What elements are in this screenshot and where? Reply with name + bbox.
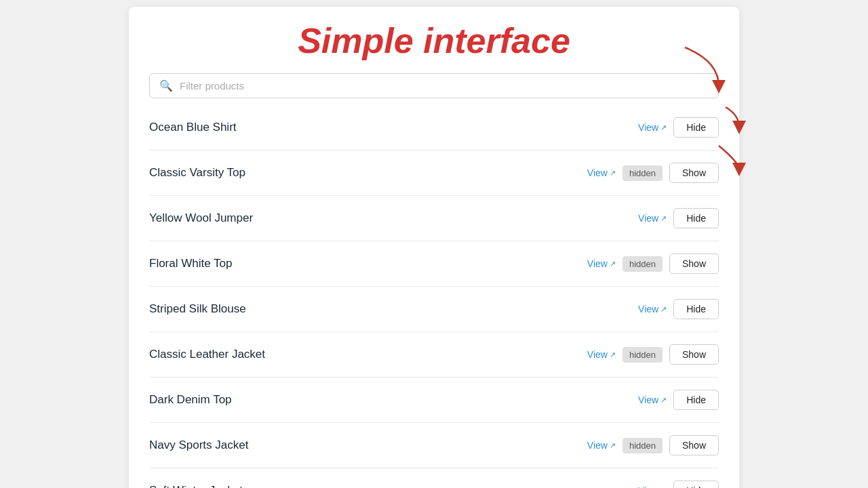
show-button[interactable]: Show [669, 344, 719, 365]
show-button[interactable]: Show [669, 163, 719, 183]
row-actions: View ↗Hide [638, 299, 719, 319]
hidden-badge: hidden [623, 438, 663, 453]
search-icon: 🔍 [159, 79, 173, 92]
hide-button[interactable]: Hide [673, 390, 719, 410]
external-link-icon: ↗ [660, 214, 667, 223]
hidden-badge: hidden [623, 347, 663, 363]
external-link-icon: ↗ [660, 123, 667, 132]
row-actions: View ↗Hide [638, 117, 719, 138]
row-actions: View ↗hiddenShow [587, 253, 719, 274]
view-link[interactable]: View ↗ [587, 258, 616, 269]
table-row: Yellow Wool JumperView ↗Hide [149, 196, 719, 241]
view-link[interactable]: View ↗ [638, 304, 667, 314]
view-link[interactable]: View ↗ [638, 122, 667, 133]
show-button[interactable]: Show [669, 253, 719, 274]
table-row: Navy Sports JacketView ↗hiddenShow [149, 423, 719, 468]
hide-button[interactable]: Hide [673, 481, 719, 488]
view-link[interactable]: View ↗ [638, 485, 667, 488]
external-link-icon: ↗ [610, 169, 616, 178]
external-link-icon: ↗ [660, 305, 667, 314]
hidden-badge: hidden [623, 165, 663, 181]
product-name: Soft Winter Jacket [149, 484, 638, 488]
table-row: Ocean Blue ShirtView ↗Hide [149, 105, 719, 150]
external-link-icon: ↗ [660, 396, 667, 405]
product-list: Ocean Blue ShirtView ↗HideClassic Varsit… [149, 105, 719, 488]
search-bar: 🔍 [149, 73, 719, 98]
main-container: Simple interface 🔍 Ocean Blue ShirtView … [129, 7, 739, 488]
page-title: Simple interface [149, 20, 719, 61]
show-button[interactable]: Show [669, 435, 719, 455]
view-link[interactable]: View ↗ [638, 394, 667, 405]
product-name: Navy Sports Jacket [149, 439, 587, 452]
view-link[interactable]: View ↗ [587, 167, 616, 178]
external-link-icon: ↗ [610, 260, 616, 268]
row-actions: View ↗Hide [638, 481, 719, 488]
view-link[interactable]: View ↗ [587, 440, 616, 451]
row-actions: View ↗hiddenShow [587, 344, 719, 365]
view-link[interactable]: View ↗ [638, 213, 667, 224]
hidden-badge: hidden [623, 256, 663, 272]
table-row: Dark Denim TopView ↗Hide [149, 378, 719, 423]
product-name: Classic Varsity Top [149, 166, 587, 180]
hide-button[interactable]: Hide [673, 117, 719, 138]
row-actions: View ↗Hide [638, 208, 719, 228]
row-actions: View ↗hiddenShow [587, 435, 719, 455]
product-name: Ocean Blue Shirt [149, 121, 638, 134]
hide-button[interactable]: Hide [673, 299, 719, 319]
product-name: Yellow Wool Jumper [149, 211, 638, 225]
table-row: Floral White TopView ↗hiddenShow [149, 241, 719, 287]
hide-button[interactable]: Hide [673, 208, 719, 228]
table-row: Soft Winter JacketView ↗Hide [149, 468, 719, 488]
table-row: Striped Silk BlouseView ↗Hide [149, 287, 719, 332]
product-name: Dark Denim Top [149, 393, 638, 407]
external-link-icon: ↗ [610, 350, 616, 359]
search-input[interactable] [180, 80, 709, 92]
product-name: Striped Silk Blouse [149, 302, 638, 316]
table-row: Classic Varsity TopView ↗hiddenShow [149, 150, 719, 196]
table-row: Classic Leather JacketView ↗hiddenShow [149, 332, 719, 378]
row-actions: View ↗Hide [638, 390, 719, 410]
view-link[interactable]: View ↗ [587, 349, 616, 360]
product-name: Classic Leather Jacket [149, 348, 587, 361]
row-actions: View ↗hiddenShow [587, 163, 719, 183]
external-link-icon: ↗ [610, 441, 616, 450]
product-name: Floral White Top [149, 257, 587, 270]
